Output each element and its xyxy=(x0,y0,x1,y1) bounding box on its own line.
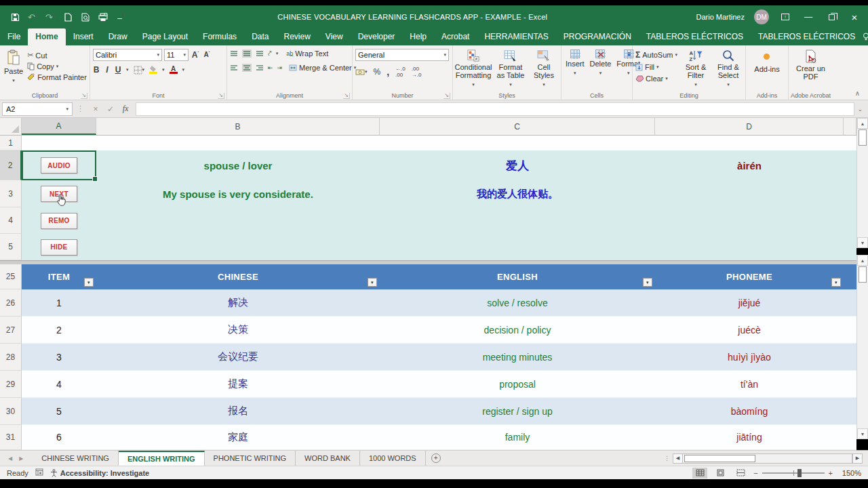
align-bottom-icon[interactable] xyxy=(256,50,264,57)
column-header-c[interactable]: C xyxy=(380,118,655,135)
orientation-icon[interactable]: ⤤ xyxy=(268,49,272,58)
new-sheet-button[interactable]: + xyxy=(426,451,446,466)
enter-icon[interactable]: ✓ xyxy=(103,104,118,114)
font-family-select[interactable]: Calibri▾ xyxy=(93,49,162,61)
hide-button[interactable]: HIDE xyxy=(41,239,77,256)
crear-pdf-button[interactable]: Crear un PDF xyxy=(792,48,830,82)
print-icon[interactable] xyxy=(98,12,108,22)
align-center-icon[interactable] xyxy=(242,64,252,72)
format-as-table-button[interactable]: Format as Table▾ xyxy=(494,48,528,90)
header-item[interactable]: ITEM▾ xyxy=(22,264,96,289)
bold-button[interactable]: B xyxy=(93,65,100,75)
user-avatar[interactable]: DM xyxy=(754,9,769,24)
find-select-button[interactable]: Find & Select▾ xyxy=(713,48,744,90)
row-header-29[interactable]: 29 xyxy=(0,371,22,398)
tab-review[interactable]: Review xyxy=(276,28,317,45)
qat-customize-icon[interactable]: ⚊▾ xyxy=(115,12,126,22)
flashcard-chinese[interactable]: 爱人 xyxy=(380,150,655,180)
underline-button[interactable]: U xyxy=(115,65,121,75)
name-box[interactable]: A2▾ xyxy=(2,102,73,116)
header-english[interactable]: ENGLISH▾ xyxy=(380,264,655,289)
copy-button[interactable]: Copy▾ xyxy=(26,62,88,71)
align-middle-icon[interactable] xyxy=(242,49,252,58)
conditional-formatting-button[interactable]: ≠ Conditional Formatting▾ xyxy=(454,48,492,90)
hscroll-thumb[interactable] xyxy=(684,455,755,462)
macro-record-icon[interactable] xyxy=(35,468,43,477)
sheet-tab-word-bank[interactable]: WORD BANK xyxy=(296,451,360,466)
sheet-tab-english-writing[interactable]: ENGLISH WRITING xyxy=(119,451,205,466)
cancel-icon[interactable]: × xyxy=(88,104,103,114)
sheet-tab-phonetic-writing[interactable]: PHONETIC WRITING xyxy=(205,451,296,466)
sheet-tab-1000-words[interactable]: 1000 WORDS xyxy=(360,451,426,466)
row-header-1[interactable]: 1 xyxy=(0,136,22,150)
header-phoneme[interactable]: PHONEME▾ xyxy=(655,264,844,289)
save-icon[interactable] xyxy=(9,12,20,22)
accounting-format-icon[interactable]: ▾ xyxy=(355,68,368,76)
redo-icon[interactable]: ↷▾ xyxy=(45,12,56,22)
row-header-28[interactable]: 28 xyxy=(0,344,22,371)
page-break-view-icon[interactable] xyxy=(733,468,748,479)
header-chinese[interactable]: CHINESE▾ xyxy=(96,264,380,289)
sheet-nav-right-icon[interactable]: ▶ xyxy=(19,455,23,462)
increase-indent-icon[interactable]: ⇥ xyxy=(277,64,283,71)
flashcard-english[interactable]: spouse / lover xyxy=(96,150,380,180)
row-header-4[interactable]: 4 xyxy=(0,207,22,234)
collapse-ribbon-icon[interactable]: ∧ xyxy=(855,89,860,97)
grow-font-button[interactable]: Aˆ xyxy=(191,50,200,60)
tab-page-layout[interactable]: Page Layout xyxy=(135,28,195,45)
number-dialog-launcher[interactable]: ↘ xyxy=(443,93,450,99)
zoom-in-icon[interactable]: + xyxy=(829,469,833,477)
merge-center-button[interactable]: Merge & Center▾ xyxy=(288,63,357,73)
column-header-b[interactable]: B xyxy=(96,118,380,135)
column-header-e-sliver[interactable] xyxy=(844,118,856,135)
zoom-out-icon[interactable]: − xyxy=(753,469,757,477)
accessibility-status[interactable]: Accessibility: Investigate xyxy=(50,469,149,477)
tab-acrobat[interactable]: Acrobat xyxy=(434,28,477,45)
sort-filter-button[interactable]: AZ Sort & Filter▾ xyxy=(680,48,711,90)
scroll-up-icon[interactable]: ▲ xyxy=(857,255,868,266)
tab-home[interactable]: Home xyxy=(28,28,65,45)
align-right-icon[interactable] xyxy=(256,64,264,71)
addins-button[interactable]: Add-ins xyxy=(751,48,782,75)
zoom-slider[interactable]: − + xyxy=(753,469,833,477)
page-layout-view-icon[interactable] xyxy=(713,468,728,479)
flashcard-sentence-english[interactable]: My spouse is very considerate. xyxy=(96,180,380,207)
normal-view-icon[interactable] xyxy=(692,468,707,479)
tab-tableros-electricos-2[interactable]: TABLEROS ELÉCTRICOS xyxy=(751,28,863,45)
filter-icon-chinese[interactable]: ▾ xyxy=(368,278,377,287)
row-header-3[interactable]: 3 xyxy=(0,180,22,207)
filter-icon-english[interactable]: ▾ xyxy=(643,278,652,287)
tell-me-box[interactable]: Tell me what you want to do xyxy=(863,33,868,41)
tab-formulas[interactable]: Formulas xyxy=(195,28,244,45)
scroll-thumb[interactable] xyxy=(859,129,867,146)
tab-herramientas[interactable]: HERRAMIENTAS xyxy=(477,28,555,45)
font-color-button[interactable]: A xyxy=(170,66,178,74)
comma-style-icon[interactable]: , xyxy=(387,66,389,77)
tab-developer[interactable]: Developer xyxy=(351,28,403,45)
row-header-27[interactable]: 27 xyxy=(0,317,22,344)
print-preview-icon[interactable] xyxy=(80,12,91,22)
insert-cells-button[interactable]: Insert▾ xyxy=(563,48,587,90)
row-header-31[interactable]: 31 xyxy=(0,425,22,450)
tab-view[interactable]: View xyxy=(318,28,351,45)
fill-color-button[interactable] xyxy=(149,66,157,74)
font-size-select[interactable]: 11▾ xyxy=(164,49,189,61)
row-header-5[interactable]: 5 xyxy=(0,234,22,260)
new-file-icon[interactable] xyxy=(62,12,73,22)
close-button[interactable]: × xyxy=(848,10,861,24)
scroll-thumb[interactable] xyxy=(859,266,867,283)
increase-decimal-icon[interactable]: ←.0.00 xyxy=(395,66,406,78)
flashcard-sentence-chinese[interactable]: 我的爱人很体贴。 xyxy=(380,180,655,207)
cut-button[interactable]: ✂Cut xyxy=(26,50,88,60)
tab-data[interactable]: Data xyxy=(244,28,276,45)
tab-draw[interactable]: Draw xyxy=(101,28,135,45)
wrap-text-button[interactable]: ab̲Wrap Text xyxy=(285,49,330,58)
hscroll-left-icon[interactable]: ◀ xyxy=(673,453,683,464)
scroll-up-icon[interactable]: ▲ xyxy=(857,118,868,129)
autosum-button[interactable]: ΣAutoSum▾ xyxy=(634,49,679,60)
tab-file[interactable]: File xyxy=(0,28,28,45)
insert-function-icon[interactable]: fx xyxy=(118,104,133,114)
align-top-icon[interactable] xyxy=(230,50,238,57)
format-painter-button[interactable]: Format Painter xyxy=(26,73,88,82)
number-format-select[interactable]: General▾ xyxy=(355,49,449,61)
